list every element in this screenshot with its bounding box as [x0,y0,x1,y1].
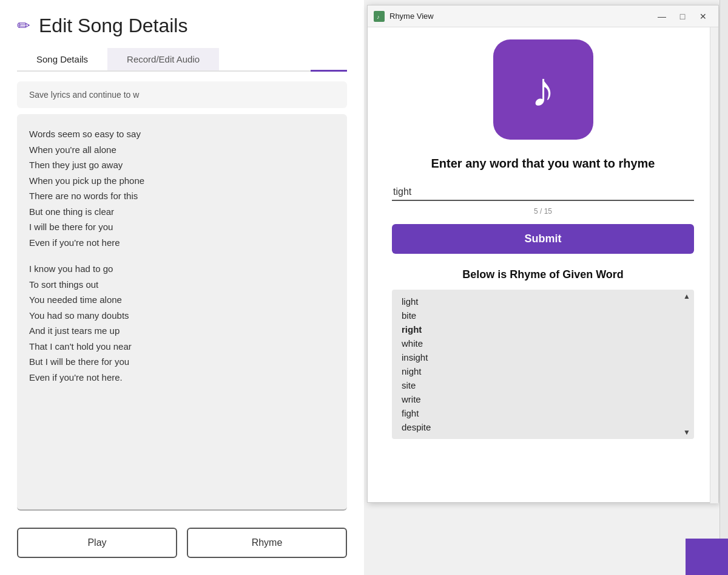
rhyme-list[interactable]: lightbiterightwhiteinsightnightsitewrite… [392,290,694,439]
rhyme-list-item[interactable]: night [402,364,694,378]
lyrics-line: And it just tears me up [29,323,335,339]
rhyme-button[interactable]: Rhyme [187,528,347,558]
left-panel: ✏ Edit Song Details Song Details Record/… [0,0,364,575]
music-icon-box: ♪ [493,39,593,140]
outer-scrollbar[interactable] [720,0,728,575]
rhyme-list-item[interactable]: fight [402,406,694,420]
window-controls: — □ ✕ [653,9,712,24]
window-scrollbar[interactable] [710,27,718,503]
lyrics-line: That I can't hold you near [29,339,335,355]
rhyme-input-section [392,184,694,201]
lyrics-line: You needed time alone [29,292,335,308]
lyrics-line: Words seem so easy to say [29,126,335,142]
rhyme-list-item[interactable]: write [402,392,694,406]
lyrics-line: You had so many doubts [29,308,335,324]
app-icon: ♪ [374,11,385,22]
save-bar-text: Save lyrics and continue to w [29,90,139,100]
rhyme-list-item[interactable]: white [402,336,694,350]
page-header: ✏ Edit Song Details [0,0,364,48]
lyrics-line: But I will be there for you [29,354,335,370]
music-note-icon: ♪ [531,62,555,118]
tabs-bar: Song Details Record/Edit Audio [17,48,347,72]
minimize-button[interactable]: — [653,9,671,24]
lyrics-line: Even if you're not here. [29,370,335,386]
svg-text:♪: ♪ [377,14,380,20]
rhyme-list-container: ▲ lightbiterightwhiteinsightnightsitewri… [392,290,694,439]
save-bar: Save lyrics and continue to w [17,81,347,108]
window-titlebar: ♪ Rhyme View — □ ✕ [368,5,718,27]
accent-bar [686,539,728,575]
lyrics-line: When you pick up the phone [29,173,335,189]
submit-button[interactable]: Submit [392,224,694,254]
rhyme-list-item[interactable]: light [402,294,694,308]
maximize-button[interactable]: □ [673,9,692,24]
lyrics-line: Then they just go away [29,157,335,173]
window-title-text: Rhyme View [389,12,648,21]
lyrics-line: To sort things out [29,277,335,293]
rhyme-list-item[interactable]: insight [402,350,694,364]
rhyme-list-item[interactable]: despite [402,420,694,434]
page-title: Edit Song Details [39,15,187,37]
pencil-icon: ✏ [17,16,30,35]
rhyme-prompt: Enter any word that you want to rhyme [431,157,655,171]
lyrics-line: Even if you're not here [29,235,335,251]
rhyme-input[interactable] [392,184,694,201]
rhyme-window: ♪ Rhyme View — □ ✕ ♪ Enter any word that… [367,5,719,503]
lyrics-area[interactable]: Words seem so easy to say When you're al… [17,114,347,511]
scroll-down-arrow[interactable]: ▼ [679,428,694,437]
lyrics-stanza-2: I know you had to go To sort things out … [29,261,335,385]
rhyme-results-title: Below is Rhyme of Given Word [462,268,624,281]
tab-record-edit-audio[interactable]: Record/Edit Audio [107,48,219,70]
rhyme-content: ♪ Enter any word that you want to rhyme … [368,27,718,502]
rhyme-list-item[interactable]: bite [402,308,694,322]
lyrics-line: I will be there for you [29,219,335,235]
lyrics-line: There are no words for this [29,188,335,204]
play-button[interactable]: Play [17,528,177,558]
rhyme-list-item[interactable]: right [402,322,694,336]
tab-active-indicator [311,70,347,72]
lyrics-line: I know you had to go [29,261,335,277]
tab-song-details[interactable]: Song Details [17,48,107,70]
rhyme-list-item[interactable]: site [402,378,694,392]
lyrics-line: But one thing is clear [29,204,335,220]
scroll-up-arrow[interactable]: ▲ [679,292,694,301]
bottom-buttons: Play Rhyme [0,517,364,575]
lyrics-stanza-1: Words seem so easy to say When you're al… [29,126,335,250]
close-button[interactable]: ✕ [694,9,712,24]
char-counter: 5 / 15 [534,207,552,216]
lyrics-line: When you're all alone [29,142,335,158]
